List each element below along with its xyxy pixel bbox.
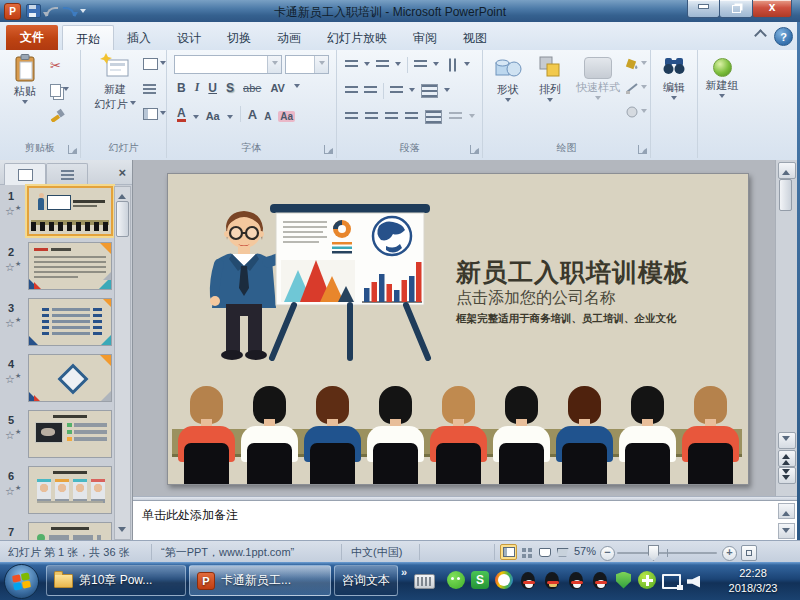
font-color-button[interactable]: A <box>177 108 186 122</box>
drawing-dialog-launcher[interactable] <box>638 145 647 154</box>
clear-formatting-button[interactable]: Aa <box>278 111 295 122</box>
align-right-button[interactable] <box>385 112 398 122</box>
italic-button[interactable]: I <box>195 80 200 95</box>
safety-ball-tray-icon[interactable] <box>638 571 656 589</box>
cut-button[interactable]: ✂ <box>50 58 61 73</box>
editing-button[interactable]: 编辑 <box>654 53 694 103</box>
slide-thumbnail-1[interactable]: 1☆★ <box>0 186 112 238</box>
numbering-button[interactable] <box>376 60 389 70</box>
copy-button[interactable] <box>50 84 69 97</box>
main-scrollbar[interactable] <box>775 160 797 496</box>
justify-button[interactable] <box>405 112 418 122</box>
network-tray-icon[interactable] <box>662 574 681 589</box>
previous-slide-button[interactable] <box>778 450 796 467</box>
fit-slide-to-window-button[interactable] <box>741 545 757 561</box>
align-left-button[interactable] <box>345 112 358 122</box>
wechat-tray-icon[interactable] <box>447 571 465 589</box>
qq-folder-tray-icon[interactable] <box>545 572 559 589</box>
undo-icon[interactable] <box>46 7 58 16</box>
tab-插入[interactable]: 插入 <box>114 25 164 50</box>
tray-overflow-chevron[interactable]: » <box>401 566 407 578</box>
text-shadow-button[interactable]: S <box>226 81 234 95</box>
normal-view-button[interactable] <box>500 544 517 560</box>
slide-sorter-view-button[interactable] <box>519 545 534 559</box>
help-icon[interactable]: ? <box>774 27 793 46</box>
new-slide-button[interactable]: 新建 幻灯片 <box>89 53 141 111</box>
font-dialog-launcher[interactable] <box>324 145 333 154</box>
strikethrough-button[interactable]: abe <box>243 82 261 94</box>
panel-scrollbar[interactable] <box>114 186 131 540</box>
slide-thumbnail-2[interactable]: 2☆★ <box>0 242 112 294</box>
paste-button[interactable]: 粘贴 <box>5 53 45 107</box>
grow-font-button[interactable]: A <box>248 107 257 122</box>
tab-slides-thumbnails[interactable] <box>4 163 46 185</box>
change-case-button[interactable]: Aa <box>206 110 220 122</box>
notes-scroll-up[interactable] <box>778 503 795 519</box>
language-status[interactable]: 中文(中国) <box>351 545 402 560</box>
qq-tray-icon[interactable] <box>521 572 535 589</box>
scroll-down-button[interactable] <box>778 432 796 449</box>
decrease-indent-button[interactable] <box>345 86 358 96</box>
tab-幻灯片放映[interactable]: 幻灯片放映 <box>314 25 400 50</box>
save-icon[interactable] <box>26 4 41 18</box>
shrink-font-button[interactable]: A <box>264 111 271 122</box>
align-center-button[interactable] <box>365 112 378 122</box>
tab-视图[interactable]: 视图 <box>450 25 500 50</box>
notes-placeholder[interactable]: 单击此处添加备注 <box>142 507 238 524</box>
taskbar-button-1[interactable]: 第10章 Pow... <box>46 565 186 596</box>
font-size-select[interactable] <box>285 55 329 74</box>
thumbnail-preview[interactable] <box>27 186 113 236</box>
slide-title[interactable]: 新员工入职培训模板 <box>456 256 690 289</box>
format-painter-button[interactable] <box>50 108 65 122</box>
panel-close-icon[interactable]: × <box>118 165 126 180</box>
next-slide-button[interactable] <box>778 467 796 484</box>
line-spacing-button[interactable] <box>414 60 427 70</box>
thumbnail-preview[interactable] <box>28 522 112 540</box>
zoom-out-button[interactable]: − <box>600 546 615 561</box>
zoom-level[interactable]: 57% <box>574 545 596 557</box>
slide-thumbnail-7[interactable]: 7☆★ <box>0 522 112 540</box>
bullets-button[interactable] <box>345 60 358 70</box>
columns-button[interactable] <box>390 86 403 96</box>
slide-subtitle[interactable]: 点击添加您的公司名称 <box>456 288 616 309</box>
taskbar-clock[interactable]: 22:28 2018/3/23 <box>710 566 796 596</box>
sogou-tray-icon[interactable]: S <box>471 571 489 589</box>
smartart-button[interactable] <box>449 112 462 122</box>
tab-设计[interactable]: 设计 <box>164 25 214 50</box>
slide-number-status[interactable]: 幻灯片 第 1 张，共 36 张 <box>8 545 130 560</box>
bear-tray-icon[interactable] <box>495 571 513 589</box>
restore-button[interactable] <box>719 0 753 18</box>
scroll-up-button[interactable] <box>778 162 796 179</box>
taskbar-button-3[interactable]: 咨询文本 <box>334 565 398 596</box>
tab-file[interactable]: 文件 <box>6 25 58 50</box>
keyboard-tray-icon[interactable] <box>414 574 435 589</box>
tab-切换[interactable]: 切换 <box>214 25 264 50</box>
theme-status[interactable]: “第一PPT，www.1ppt.com” <box>161 545 294 560</box>
tab-动画[interactable]: 动画 <box>264 25 314 50</box>
redo-icon[interactable] <box>63 7 75 16</box>
thumbnail-preview[interactable] <box>28 466 112 514</box>
reading-view-button[interactable] <box>537 545 552 559</box>
reset-button[interactable] <box>143 84 156 94</box>
tab-审阅[interactable]: 审阅 <box>400 25 450 50</box>
distribute-button[interactable] <box>425 110 442 124</box>
notes-pane[interactable]: 单击此处添加备注 <box>133 500 797 541</box>
panel-scroll-down-icon[interactable] <box>118 527 126 536</box>
new-group-button[interactable]: 新建组 <box>700 53 744 101</box>
powerpoint-app-icon[interactable]: P <box>4 3 21 20</box>
qq-tray-icon[interactable] <box>569 572 583 589</box>
increase-indent-button[interactable] <box>364 86 377 96</box>
shape-outline-button[interactable] <box>625 82 647 94</box>
taskbar-button-2[interactable]: P卡通新员工... <box>189 565 331 596</box>
zoom-slider-track[interactable] <box>617 552 717 554</box>
zoom-in-button[interactable]: + <box>722 546 737 561</box>
scroll-thumb[interactable] <box>779 179 792 211</box>
slide-thumbnail-4[interactable]: 4☆★ <box>0 354 112 406</box>
start-button[interactable] <box>4 564 39 599</box>
slide-thumbnail-3[interactable]: 3☆★ <box>0 298 112 350</box>
text-direction-button[interactable] <box>447 59 457 72</box>
section-button[interactable] <box>143 108 166 120</box>
slideshow-view-button[interactable] <box>555 545 570 559</box>
shapes-button[interactable]: 形状 <box>489 53 527 105</box>
slide-canvas[interactable]: 新员工入职培训模板 点击添加您的公司名称 框架完整适用于商务培训、员工培训、企业… <box>167 173 749 485</box>
